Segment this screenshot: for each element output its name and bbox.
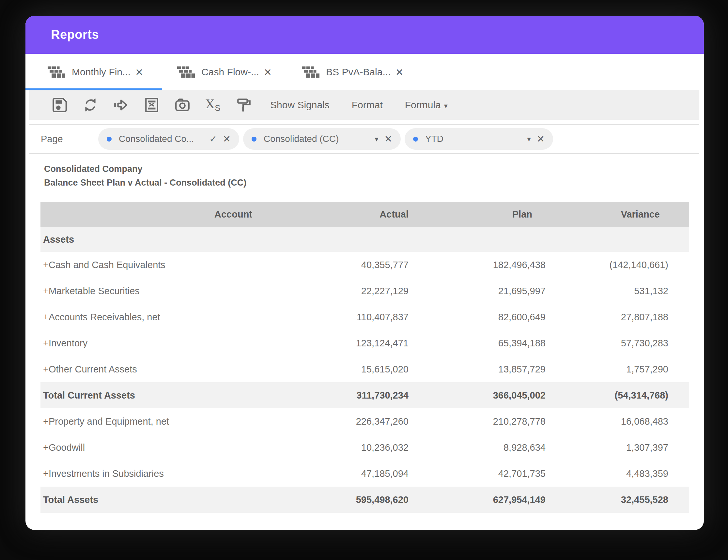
column-header-actual: Actual: [330, 209, 454, 220]
refresh-button[interactable]: [75, 90, 106, 120]
plan-cell: 210,278,778: [454, 416, 578, 427]
account-expand-label[interactable]: +Inventory: [40, 338, 330, 349]
variance-cell: 57,730,283: [578, 338, 689, 349]
export-arrow-icon: [113, 97, 129, 113]
camera-icon: [174, 97, 191, 113]
report-title-block: Consolidated Company Balance Sheet Plan …: [44, 162, 704, 190]
close-icon[interactable]: ✕: [395, 67, 403, 78]
table-row: +Goodwill10,236,0328,928,6341,307,397: [40, 434, 689, 460]
variance-cell: (142,140,661): [578, 260, 689, 271]
paint-roller-icon: [236, 97, 252, 113]
table-row: Assets: [40, 227, 689, 252]
account-expand-label[interactable]: +Goodwill: [40, 442, 330, 453]
table-row: +Accounts Receivables, net110,407,83782,…: [40, 304, 689, 330]
table-row: Total Current Assets311,730,234366,045,0…: [40, 382, 689, 408]
actual-cell: 15,615,020: [330, 364, 454, 375]
chevron-down-icon[interactable]: ▾: [375, 135, 379, 144]
close-icon[interactable]: ✕: [135, 67, 143, 78]
plan-cell: 82,600,649: [454, 312, 578, 322]
format-button[interactable]: Format: [341, 90, 394, 120]
variance-cell: 27,807,188: [578, 312, 689, 322]
tab-monthly-fin[interactable]: Monthly Fin... ✕: [25, 54, 162, 90]
table-row: +Other Current Assets15,615,02013,857,72…: [40, 356, 689, 382]
save-icon: [52, 97, 68, 113]
report-grid-icon: [177, 66, 195, 78]
plan-cell: 13,857,729: [454, 364, 578, 375]
actual-cell: 40,355,777: [330, 260, 454, 271]
column-header-plan: Plan: [454, 209, 578, 220]
tab-label: BS PvA-Bala...: [326, 67, 391, 78]
filter-pills: Consolidated Co... ✓ ✕ Consolidated (CC)…: [98, 128, 553, 150]
format-painter-button[interactable]: [228, 90, 259, 120]
account-expand-label[interactable]: +Marketable Securities: [40, 286, 330, 296]
plan-cell: 182,496,438: [454, 260, 578, 271]
table-row: +Marketable Securities22,227,12921,695,9…: [40, 278, 689, 304]
close-icon[interactable]: ✕: [223, 133, 231, 145]
report-grid-icon: [48, 66, 65, 78]
account-label: Total Current Assets: [40, 390, 330, 401]
snapshot-button[interactable]: [167, 90, 198, 120]
export-button[interactable]: [106, 90, 136, 120]
report-table-body: Assets+Cash and Cash Equivalents40,355,7…: [40, 227, 689, 513]
report-grid-icon: [302, 66, 319, 78]
filter-pill-time[interactable]: YTD ▾ ✕: [405, 128, 553, 150]
xs-subscript-icon: XS: [206, 98, 220, 112]
blue-dot-icon: [413, 137, 418, 142]
toolbar: XS Show Signals Format Formula▾: [29, 90, 699, 120]
account-label: Total Assets: [40, 494, 330, 505]
formula-button[interactable]: Formula▾: [394, 90, 459, 120]
blue-dot-icon: [107, 137, 112, 142]
table-row: +Cash and Cash Equivalents40,355,777182,…: [40, 252, 689, 278]
actual-cell: 123,124,471: [330, 338, 454, 349]
scale-values-button[interactable]: XS: [198, 90, 228, 120]
variance-cell: 4,483,359: [578, 468, 689, 479]
variance-cell: 16,068,483: [578, 416, 689, 427]
filter-pill-company[interactable]: Consolidated Co... ✓ ✕: [98, 128, 239, 150]
account-expand-label[interactable]: +Investments in Subsidiaries: [40, 468, 330, 479]
actual-cell: 47,185,094: [330, 468, 454, 479]
filter-pill-version[interactable]: Consolidated (CC) ▾ ✕: [243, 128, 401, 150]
report-company: Consolidated Company: [44, 162, 704, 176]
close-icon[interactable]: ✕: [264, 67, 272, 78]
table-row: +Investments in Subsidiaries47,185,09442…: [40, 460, 689, 487]
plan-cell: 21,695,997: [454, 286, 578, 296]
clear-data-icon: [144, 97, 160, 113]
actual-cell: 110,407,837: [330, 312, 454, 322]
account-expand-label[interactable]: +Cash and Cash Equivalents: [40, 260, 330, 271]
close-icon[interactable]: ✕: [384, 133, 392, 145]
account-label: Assets: [40, 234, 330, 245]
variance-cell: 1,307,397: [578, 442, 689, 453]
column-header-account: Account: [40, 209, 330, 220]
chevron-down-icon[interactable]: ▾: [527, 135, 531, 144]
account-expand-label[interactable]: +Other Current Assets: [40, 364, 330, 375]
plan-cell: 627,954,149: [454, 494, 578, 505]
save-button[interactable]: [44, 90, 75, 120]
account-expand-label[interactable]: +Accounts Receivables, net: [40, 312, 330, 322]
plan-cell: 65,394,188: [454, 338, 578, 349]
actual-cell: 10,236,032: [330, 442, 454, 453]
plan-cell: 366,045,002: [454, 390, 578, 401]
clear-data-button[interactable]: [136, 90, 167, 120]
page-filter-label: Page: [41, 134, 86, 145]
table-row: +Inventory123,124,47165,394,18857,730,28…: [40, 330, 689, 356]
actual-cell: 311,730,234: [330, 390, 454, 401]
close-icon[interactable]: ✕: [537, 133, 545, 145]
variance-cell: 1,757,290: [578, 364, 689, 375]
tabs-bar: Monthly Fin... ✕ Cash Flow-... ✕ BS PvA-…: [25, 54, 704, 90]
check-icon[interactable]: ✓: [209, 134, 217, 145]
chevron-down-icon: ▾: [444, 102, 448, 110]
show-signals-button[interactable]: Show Signals: [259, 90, 341, 120]
page-title: Reports: [51, 28, 99, 42]
variance-cell: (54,314,768): [578, 390, 689, 401]
refresh-icon: [82, 97, 99, 113]
table-row: +Property and Equipment, net226,347,2602…: [40, 408, 689, 434]
account-expand-label[interactable]: +Property and Equipment, net: [40, 416, 330, 427]
report-title: Balance Sheet Plan v Actual - Consolidat…: [44, 176, 704, 190]
actual-cell: 22,227,129: [330, 286, 454, 296]
column-header-variance: Variance: [578, 209, 689, 220]
blue-dot-icon: [252, 137, 256, 142]
tab-cash-flow[interactable]: Cash Flow-... ✕: [162, 54, 287, 90]
tab-label: Monthly Fin...: [72, 67, 131, 78]
table-row: Total Assets595,498,620627,954,14932,455…: [40, 487, 689, 513]
tab-bs-pva[interactable]: BS PvA-Bala... ✕: [287, 54, 419, 90]
